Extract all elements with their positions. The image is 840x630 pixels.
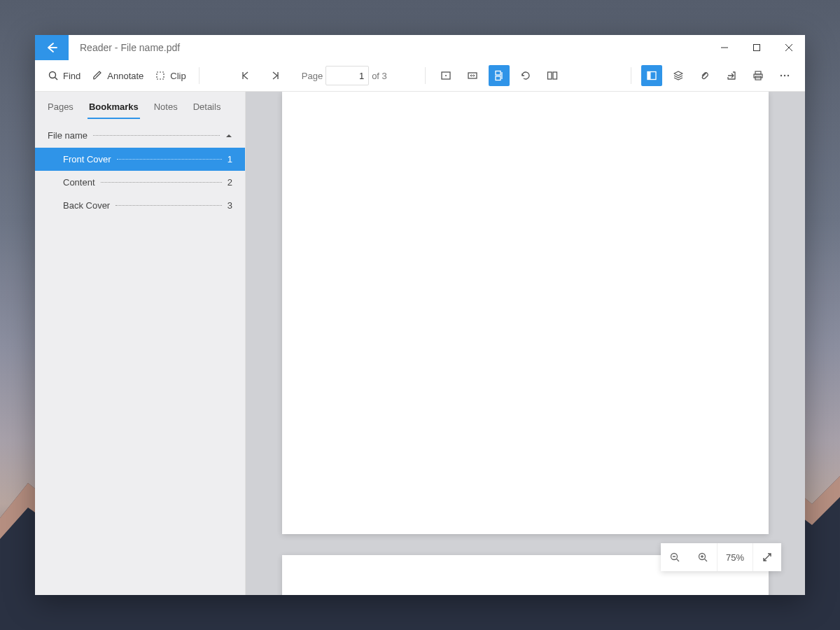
search-icon	[48, 70, 59, 81]
rotate-button[interactable]	[515, 65, 536, 86]
svg-point-16	[784, 75, 785, 76]
attachment-button[interactable]	[694, 65, 715, 86]
bookmark-label: Back Cover	[63, 200, 110, 211]
separator	[425, 67, 426, 84]
print-button[interactable]	[748, 65, 769, 86]
svg-point-17	[788, 75, 789, 76]
zoom-control: 75%	[661, 543, 781, 571]
separator	[199, 67, 200, 84]
sidebar-tabs: Pages Bookmarks Notes Details	[35, 92, 245, 119]
more-button[interactable]	[774, 65, 795, 86]
two-page-button[interactable]	[542, 65, 563, 86]
zoom-out-button[interactable]	[661, 543, 689, 571]
tab-pages[interactable]: Pages	[46, 97, 75, 119]
bookmark-item[interactable]: Content 2	[35, 171, 245, 194]
app-body: Pages Bookmarks Notes Details File name …	[35, 92, 805, 595]
pen-icon	[92, 70, 103, 81]
bookmark-label: Front Cover	[63, 154, 111, 164]
back-button[interactable]	[35, 35, 69, 60]
tab-details[interactable]: Details	[192, 97, 223, 119]
svg-point-1	[50, 72, 56, 78]
page-input[interactable]	[326, 66, 369, 85]
svg-rect-9	[553, 72, 557, 79]
collapse-icon	[225, 132, 232, 139]
minimize-button[interactable]	[708, 35, 741, 60]
fit-width-button[interactable]	[462, 65, 483, 86]
svg-rect-2	[157, 72, 164, 79]
svg-point-4	[445, 75, 447, 76]
sidebar: Pages Bookmarks Notes Details File name …	[35, 92, 246, 595]
first-page-button[interactable]	[234, 65, 255, 86]
bookmark-item[interactable]: Front Cover 1	[35, 148, 245, 171]
page-label: Page	[302, 71, 323, 81]
share-button[interactable]	[721, 65, 742, 86]
maximize-button[interactable]	[741, 35, 773, 60]
separator	[631, 67, 631, 84]
find-button[interactable]: Find	[42, 65, 86, 86]
zoom-in-button[interactable]	[689, 543, 717, 571]
svg-rect-7	[496, 76, 500, 80]
fit-page-button[interactable]	[435, 65, 456, 86]
last-page-button[interactable]	[265, 65, 286, 86]
tab-notes[interactable]: Notes	[153, 97, 179, 119]
close-button[interactable]	[773, 35, 805, 60]
layers-button[interactable]	[668, 65, 689, 86]
page-canvas	[282, 92, 769, 534]
bookmark-root-label: File name	[48, 130, 88, 141]
titlebar: Reader - File name.pdf	[35, 35, 805, 60]
toolbar: Find Annotate Clip Page of 3	[35, 60, 805, 92]
bookmarks-panel: File name Front Cover 1 Content 2 Back C…	[35, 123, 245, 595]
clip-icon	[155, 70, 166, 81]
tab-bookmarks[interactable]: Bookmarks	[88, 97, 140, 119]
bookmark-page: 3	[227, 200, 232, 211]
bookmark-label: Content	[63, 177, 95, 188]
bookmark-item[interactable]: Back Cover 3	[35, 194, 245, 217]
svg-rect-0	[754, 45, 760, 51]
bookmark-root[interactable]: File name	[35, 123, 245, 148]
bookmark-page: 1	[227, 154, 232, 164]
fullscreen-button[interactable]	[752, 543, 781, 571]
svg-rect-6	[496, 71, 500, 76]
app-window: Reader - File name.pdf Find Annotate Cli…	[35, 35, 805, 595]
document-viewer[interactable]	[246, 92, 805, 595]
svg-rect-11	[648, 72, 651, 80]
annotate-button[interactable]: Annotate	[86, 65, 149, 86]
bookmark-page: 2	[227, 177, 232, 188]
clip-label: Clip	[170, 71, 186, 81]
find-label: Find	[63, 71, 80, 81]
svg-rect-8	[547, 72, 552, 79]
annotate-label: Annotate	[107, 71, 144, 81]
clip-button[interactable]: Clip	[149, 65, 191, 86]
sidebar-toggle-button[interactable]	[641, 65, 662, 86]
continuous-view-button[interactable]	[489, 65, 510, 86]
desktop-background: Reader - File name.pdf Find Annotate Cli…	[0, 0, 840, 630]
svg-point-15	[780, 75, 782, 76]
zoom-level[interactable]: 75%	[717, 543, 752, 571]
page-total: of 3	[372, 71, 387, 81]
window-title: Reader - File name.pdf	[80, 42, 180, 53]
